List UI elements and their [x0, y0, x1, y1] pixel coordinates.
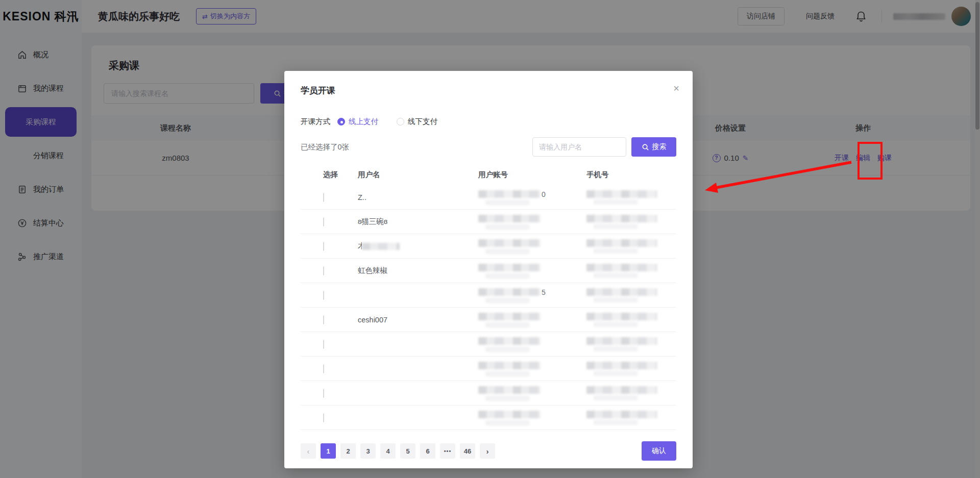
account-blurred-line2	[485, 371, 529, 376]
phone-blurred	[586, 337, 657, 345]
username-cell: ʚ猫三碗ɞ	[358, 217, 478, 227]
username-cell: Z..	[358, 193, 478, 202]
header-username: 用户名	[358, 170, 478, 180]
row-checkbox[interactable]	[323, 315, 324, 324]
row-checkbox[interactable]	[323, 340, 324, 349]
student-row: 木	[301, 234, 676, 259]
username-cell: 虹色辣椒	[358, 266, 478, 275]
account-blurred-line2	[485, 200, 529, 205]
phone-blurred	[586, 190, 657, 198]
selected-count-text: 已经选择了0张	[301, 142, 349, 152]
user-search-button[interactable]: 搜索	[631, 137, 676, 157]
account-blurred-line2	[485, 273, 529, 279]
student-row	[301, 406, 676, 430]
page-button-5[interactable]: 5	[400, 443, 415, 459]
phone-blurred-line2	[594, 273, 638, 278]
row-checkbox[interactable]	[323, 217, 324, 227]
method-label: 开课方式	[301, 117, 330, 127]
phone-blurred	[586, 264, 657, 271]
selection-row: 已经选择了0张 搜索	[301, 137, 676, 157]
page-ellipsis-button[interactable]: •••	[440, 443, 455, 459]
user-search-group: 搜索	[532, 137, 676, 157]
student-row	[301, 357, 676, 381]
account-blurred-line2	[485, 347, 529, 352]
row-checkbox[interactable]	[323, 242, 324, 251]
close-icon[interactable]: ×	[673, 83, 679, 93]
radio-label: 线上支付	[349, 117, 378, 127]
username-cell-partially-blurred: 木	[358, 241, 478, 251]
phone-blurred-line2	[594, 199, 638, 205]
row-checkbox[interactable]	[323, 193, 324, 202]
radio-offline-payment[interactable]: 线下支付	[397, 117, 437, 127]
account-blurred-line2	[485, 298, 529, 303]
student-enroll-modal: 学员开课 × 开课方式 线上支付 线下支付 已经选择了0张 搜索 选择 用户名 …	[284, 71, 693, 468]
student-table: 选择 用户名 用户账号 手机号 Z.. 0 ʚ猫三碗ɞ 木 虹色辣椒	[301, 164, 676, 430]
payment-method-row: 开课方式 线上支付 线下支付	[301, 117, 676, 127]
phone-blurred	[586, 411, 657, 418]
phone-blurred-line2	[594, 346, 638, 351]
row-checkbox[interactable]	[323, 389, 324, 398]
account-blurred	[478, 190, 541, 198]
row-checkbox[interactable]	[323, 291, 324, 300]
account-blurred	[478, 386, 541, 394]
row-checkbox[interactable]	[323, 364, 324, 373]
phone-blurred	[586, 386, 657, 394]
phone-blurred-line2	[594, 322, 638, 327]
student-table-header: 选择 用户名 用户账号 手机号	[301, 164, 676, 185]
page-button-3[interactable]: 3	[360, 443, 376, 459]
phone-blurred-line2	[594, 371, 638, 376]
modal-footer: ‹ 1 2 3 4 5 6 ••• 46 › 确认	[301, 441, 676, 461]
student-row: Z.. 0	[301, 185, 676, 210]
account-blurred	[478, 288, 541, 296]
account-blurred-line2	[485, 396, 529, 401]
prev-page-button[interactable]: ‹	[301, 443, 316, 459]
account-blurred	[478, 215, 541, 222]
account-blurred	[478, 239, 541, 247]
account-blurred-line2	[485, 322, 529, 328]
user-search-input[interactable]	[532, 137, 626, 157]
phone-blurred	[586, 239, 657, 247]
phone-blurred	[586, 313, 657, 320]
account-blurred-line2	[485, 420, 529, 425]
student-row: ʚ猫三碗ɞ	[301, 210, 676, 234]
phone-blurred	[586, 288, 657, 296]
page-button-1[interactable]: 1	[321, 443, 336, 459]
page-button-2[interactable]: 2	[340, 443, 356, 459]
radio-selected-icon	[337, 118, 345, 125]
account-blurred-line2	[485, 224, 529, 230]
username-fragment: 木	[358, 241, 362, 251]
next-page-button[interactable]: ›	[480, 443, 495, 459]
phone-blurred-line2	[594, 248, 638, 254]
radio-label: 线下支付	[408, 117, 437, 127]
modal-title: 学员开课	[301, 71, 676, 96]
header-account: 用户账号	[478, 170, 586, 180]
student-row: 5	[301, 283, 676, 308]
pagination: ‹ 1 2 3 4 5 6 ••• 46 ›	[301, 443, 495, 459]
page-button-4[interactable]: 4	[380, 443, 396, 459]
confirm-button[interactable]: 确认	[642, 441, 676, 461]
header-phone: 手机号	[586, 170, 676, 180]
account-blurred	[478, 411, 541, 418]
row-checkbox[interactable]	[323, 266, 324, 275]
phone-blurred	[586, 215, 657, 222]
page-button-46[interactable]: 46	[460, 443, 475, 459]
search-button-label: 搜索	[652, 142, 667, 152]
header-select: 选择	[323, 170, 358, 180]
username-cell: ceshi007	[358, 316, 478, 324]
phone-blurred-line2	[594, 297, 638, 303]
row-checkbox[interactable]	[323, 413, 324, 422]
account-tail: 0	[542, 190, 546, 198]
student-row: ceshi007	[301, 308, 676, 332]
account-tail: 5	[542, 288, 546, 296]
username-blurred	[362, 243, 400, 250]
page-button-6[interactable]: 6	[420, 443, 435, 459]
phone-blurred	[586, 362, 657, 369]
search-icon	[642, 143, 649, 151]
phone-blurred-line2	[594, 395, 638, 400]
student-row: 虹色辣椒	[301, 259, 676, 283]
student-row	[301, 332, 676, 357]
phone-blurred-line2	[594, 224, 638, 229]
account-blurred	[478, 264, 541, 271]
account-blurred	[478, 313, 541, 320]
radio-online-payment[interactable]: 线上支付	[337, 117, 378, 127]
